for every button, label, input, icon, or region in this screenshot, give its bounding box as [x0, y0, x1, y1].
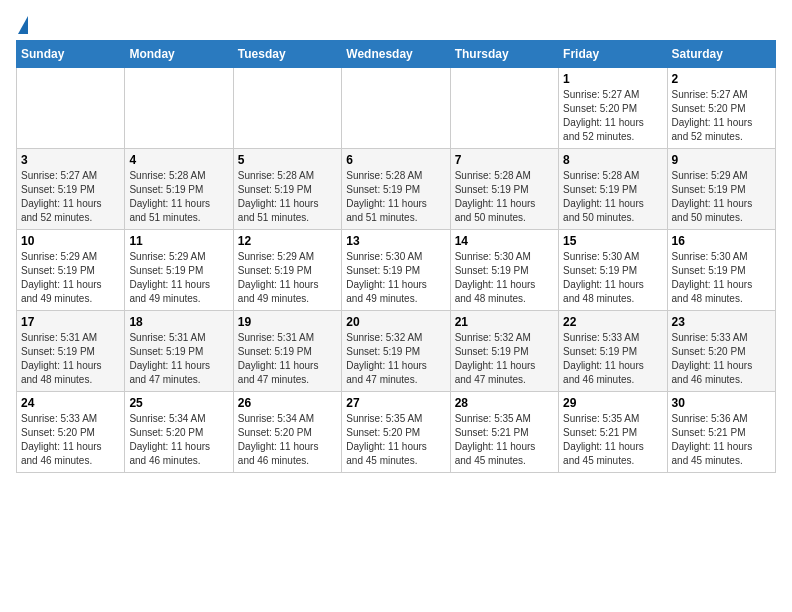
- day-number: 3: [21, 153, 120, 167]
- calendar-cell: 24Sunrise: 5:33 AMSunset: 5:20 PMDayligh…: [17, 392, 125, 473]
- day-number: 20: [346, 315, 445, 329]
- day-info: Sunrise: 5:30 AMSunset: 5:19 PMDaylight:…: [672, 250, 771, 306]
- calendar-cell: 12Sunrise: 5:29 AMSunset: 5:19 PMDayligh…: [233, 230, 341, 311]
- calendar-cell: 30Sunrise: 5:36 AMSunset: 5:21 PMDayligh…: [667, 392, 775, 473]
- calendar-cell: [342, 68, 450, 149]
- calendar-header-monday: Monday: [125, 41, 233, 68]
- calendar-cell: 9Sunrise: 5:29 AMSunset: 5:19 PMDaylight…: [667, 149, 775, 230]
- day-number: 14: [455, 234, 554, 248]
- day-number: 5: [238, 153, 337, 167]
- day-number: 24: [21, 396, 120, 410]
- day-number: 22: [563, 315, 662, 329]
- day-number: 19: [238, 315, 337, 329]
- day-info: Sunrise: 5:32 AMSunset: 5:19 PMDaylight:…: [346, 331, 445, 387]
- calendar-cell: 22Sunrise: 5:33 AMSunset: 5:19 PMDayligh…: [559, 311, 667, 392]
- day-number: 6: [346, 153, 445, 167]
- day-info: Sunrise: 5:29 AMSunset: 5:19 PMDaylight:…: [238, 250, 337, 306]
- day-info: Sunrise: 5:35 AMSunset: 5:21 PMDaylight:…: [563, 412, 662, 468]
- day-info: Sunrise: 5:35 AMSunset: 5:20 PMDaylight:…: [346, 412, 445, 468]
- logo-icon: [18, 16, 28, 34]
- day-info: Sunrise: 5:30 AMSunset: 5:19 PMDaylight:…: [346, 250, 445, 306]
- day-info: Sunrise: 5:29 AMSunset: 5:19 PMDaylight:…: [21, 250, 120, 306]
- day-info: Sunrise: 5:28 AMSunset: 5:19 PMDaylight:…: [238, 169, 337, 225]
- day-info: Sunrise: 5:33 AMSunset: 5:20 PMDaylight:…: [672, 331, 771, 387]
- day-info: Sunrise: 5:34 AMSunset: 5:20 PMDaylight:…: [129, 412, 228, 468]
- day-number: 15: [563, 234, 662, 248]
- calendar-week-4: 17Sunrise: 5:31 AMSunset: 5:19 PMDayligh…: [17, 311, 776, 392]
- day-number: 27: [346, 396, 445, 410]
- calendar-cell: 21Sunrise: 5:32 AMSunset: 5:19 PMDayligh…: [450, 311, 558, 392]
- calendar-cell: 28Sunrise: 5:35 AMSunset: 5:21 PMDayligh…: [450, 392, 558, 473]
- calendar-cell: [17, 68, 125, 149]
- day-number: 25: [129, 396, 228, 410]
- day-number: 7: [455, 153, 554, 167]
- day-number: 18: [129, 315, 228, 329]
- calendar-week-1: 1Sunrise: 5:27 AMSunset: 5:20 PMDaylight…: [17, 68, 776, 149]
- calendar-header-saturday: Saturday: [667, 41, 775, 68]
- calendar-cell: 25Sunrise: 5:34 AMSunset: 5:20 PMDayligh…: [125, 392, 233, 473]
- day-info: Sunrise: 5:27 AMSunset: 5:19 PMDaylight:…: [21, 169, 120, 225]
- calendar-cell: 23Sunrise: 5:33 AMSunset: 5:20 PMDayligh…: [667, 311, 775, 392]
- day-info: Sunrise: 5:28 AMSunset: 5:19 PMDaylight:…: [563, 169, 662, 225]
- day-info: Sunrise: 5:28 AMSunset: 5:19 PMDaylight:…: [346, 169, 445, 225]
- calendar-cell: 15Sunrise: 5:30 AMSunset: 5:19 PMDayligh…: [559, 230, 667, 311]
- calendar-cell: 27Sunrise: 5:35 AMSunset: 5:20 PMDayligh…: [342, 392, 450, 473]
- day-info: Sunrise: 5:27 AMSunset: 5:20 PMDaylight:…: [672, 88, 771, 144]
- calendar-cell: 8Sunrise: 5:28 AMSunset: 5:19 PMDaylight…: [559, 149, 667, 230]
- day-number: 10: [21, 234, 120, 248]
- day-number: 26: [238, 396, 337, 410]
- calendar-week-2: 3Sunrise: 5:27 AMSunset: 5:19 PMDaylight…: [17, 149, 776, 230]
- day-info: Sunrise: 5:31 AMSunset: 5:19 PMDaylight:…: [129, 331, 228, 387]
- day-info: Sunrise: 5:31 AMSunset: 5:19 PMDaylight:…: [21, 331, 120, 387]
- calendar-cell: 3Sunrise: 5:27 AMSunset: 5:19 PMDaylight…: [17, 149, 125, 230]
- day-number: 1: [563, 72, 662, 86]
- day-info: Sunrise: 5:30 AMSunset: 5:19 PMDaylight:…: [563, 250, 662, 306]
- calendar-cell: 18Sunrise: 5:31 AMSunset: 5:19 PMDayligh…: [125, 311, 233, 392]
- day-number: 9: [672, 153, 771, 167]
- calendar-header-sunday: Sunday: [17, 41, 125, 68]
- calendar-cell: 17Sunrise: 5:31 AMSunset: 5:19 PMDayligh…: [17, 311, 125, 392]
- day-number: 12: [238, 234, 337, 248]
- day-info: Sunrise: 5:29 AMSunset: 5:19 PMDaylight:…: [672, 169, 771, 225]
- day-number: 16: [672, 234, 771, 248]
- day-number: 11: [129, 234, 228, 248]
- calendar-cell: 2Sunrise: 5:27 AMSunset: 5:20 PMDaylight…: [667, 68, 775, 149]
- day-info: Sunrise: 5:32 AMSunset: 5:19 PMDaylight:…: [455, 331, 554, 387]
- calendar-cell: 26Sunrise: 5:34 AMSunset: 5:20 PMDayligh…: [233, 392, 341, 473]
- calendar-cell: 19Sunrise: 5:31 AMSunset: 5:19 PMDayligh…: [233, 311, 341, 392]
- day-number: 21: [455, 315, 554, 329]
- calendar-week-3: 10Sunrise: 5:29 AMSunset: 5:19 PMDayligh…: [17, 230, 776, 311]
- calendar-cell: 1Sunrise: 5:27 AMSunset: 5:20 PMDaylight…: [559, 68, 667, 149]
- calendar-week-5: 24Sunrise: 5:33 AMSunset: 5:20 PMDayligh…: [17, 392, 776, 473]
- calendar-header-wednesday: Wednesday: [342, 41, 450, 68]
- calendar-cell: 11Sunrise: 5:29 AMSunset: 5:19 PMDayligh…: [125, 230, 233, 311]
- calendar-cell: 10Sunrise: 5:29 AMSunset: 5:19 PMDayligh…: [17, 230, 125, 311]
- logo: [16, 16, 30, 30]
- calendar-cell: 16Sunrise: 5:30 AMSunset: 5:19 PMDayligh…: [667, 230, 775, 311]
- calendar-table: SundayMondayTuesdayWednesdayThursdayFrid…: [16, 40, 776, 473]
- calendar-cell: [233, 68, 341, 149]
- calendar-cell: 13Sunrise: 5:30 AMSunset: 5:19 PMDayligh…: [342, 230, 450, 311]
- day-info: Sunrise: 5:29 AMSunset: 5:19 PMDaylight:…: [129, 250, 228, 306]
- day-info: Sunrise: 5:27 AMSunset: 5:20 PMDaylight:…: [563, 88, 662, 144]
- calendar-cell: [125, 68, 233, 149]
- day-number: 17: [21, 315, 120, 329]
- page-header: [16, 16, 776, 30]
- calendar-header-row: SundayMondayTuesdayWednesdayThursdayFrid…: [17, 41, 776, 68]
- calendar-header-tuesday: Tuesday: [233, 41, 341, 68]
- day-number: 2: [672, 72, 771, 86]
- day-info: Sunrise: 5:31 AMSunset: 5:19 PMDaylight:…: [238, 331, 337, 387]
- calendar-cell: 7Sunrise: 5:28 AMSunset: 5:19 PMDaylight…: [450, 149, 558, 230]
- day-number: 4: [129, 153, 228, 167]
- calendar-cell: 14Sunrise: 5:30 AMSunset: 5:19 PMDayligh…: [450, 230, 558, 311]
- calendar-cell: 6Sunrise: 5:28 AMSunset: 5:19 PMDaylight…: [342, 149, 450, 230]
- calendar-header-thursday: Thursday: [450, 41, 558, 68]
- day-info: Sunrise: 5:28 AMSunset: 5:19 PMDaylight:…: [455, 169, 554, 225]
- day-info: Sunrise: 5:28 AMSunset: 5:19 PMDaylight:…: [129, 169, 228, 225]
- calendar-cell: 5Sunrise: 5:28 AMSunset: 5:19 PMDaylight…: [233, 149, 341, 230]
- day-info: Sunrise: 5:33 AMSunset: 5:20 PMDaylight:…: [21, 412, 120, 468]
- calendar-cell: [450, 68, 558, 149]
- day-info: Sunrise: 5:33 AMSunset: 5:19 PMDaylight:…: [563, 331, 662, 387]
- day-info: Sunrise: 5:34 AMSunset: 5:20 PMDaylight:…: [238, 412, 337, 468]
- calendar-header-friday: Friday: [559, 41, 667, 68]
